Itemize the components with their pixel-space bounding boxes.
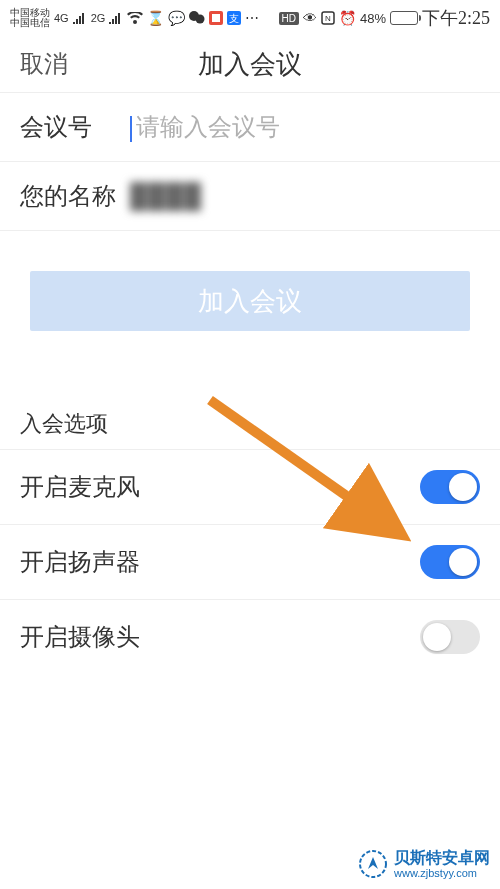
- battery-icon: [390, 11, 418, 25]
- eye-icon: 👁: [303, 10, 317, 26]
- network-1: 4G: [54, 12, 69, 24]
- watermark: 贝斯特安卓网 www.zjbstyy.com: [358, 849, 490, 879]
- carrier-labels: 中国移动 中国电信: [10, 8, 50, 28]
- status-bar: 中国移动 中国电信 4G 2G ⌛ 💬 支 ⋯ HD 👁 N ⏰: [0, 0, 500, 36]
- form-section: 会议号 请输入会议号 您的名称 ████: [0, 92, 500, 231]
- meeting-id-input[interactable]: 请输入会议号: [130, 111, 480, 143]
- cancel-button[interactable]: 取消: [20, 48, 68, 80]
- more-icon: ⋯: [245, 10, 259, 26]
- chat-icon: 💬: [168, 10, 185, 26]
- option-row-speaker: 开启扬声器: [0, 524, 500, 599]
- option-row-camera: 开启摄像头: [0, 599, 500, 674]
- option-label-camera: 开启摄像头: [20, 621, 140, 653]
- meeting-id-row: 会议号 请输入会议号: [0, 92, 500, 162]
- option-label-speaker: 开启扬声器: [20, 546, 140, 578]
- svg-text:N: N: [325, 14, 331, 23]
- carrier-2: 中国电信: [10, 18, 50, 28]
- name-value: ████: [130, 183, 202, 209]
- wechat-icon: [189, 11, 205, 25]
- nav-bar: 取消 加入会议: [0, 36, 500, 92]
- text-cursor: [130, 116, 132, 142]
- toggle-knob: [449, 473, 477, 501]
- join-meeting-button[interactable]: 加入会议: [30, 271, 470, 331]
- svg-point-1: [196, 15, 205, 24]
- page-title: 加入会议: [0, 47, 500, 82]
- watermark-url: www.zjbstyy.com: [394, 867, 490, 879]
- name-label: 您的名称: [20, 180, 130, 212]
- meeting-id-label: 会议号: [20, 111, 130, 143]
- alarm-icon: ⏰: [339, 10, 356, 26]
- option-label-microphone: 开启麦克风: [20, 471, 140, 503]
- hourglass-icon: ⌛: [147, 10, 164, 26]
- join-wrap: 加入会议: [0, 231, 500, 391]
- toggle-knob: [423, 623, 451, 651]
- status-right: HD 👁 N ⏰ 48% 下午2:25: [279, 6, 491, 30]
- svg-text:支: 支: [229, 13, 239, 24]
- toggle-knob: [449, 548, 477, 576]
- watermark-title: 贝斯特安卓网: [394, 849, 490, 867]
- options-header: 入会选项: [0, 391, 500, 449]
- status-left: 中国移动 中国电信 4G 2G ⌛ 💬 支 ⋯: [10, 8, 259, 28]
- network-2: 2G: [91, 12, 106, 24]
- svg-rect-3: [212, 14, 220, 22]
- battery-pct: 48%: [360, 11, 386, 26]
- book-icon: [209, 11, 223, 25]
- watermark-logo-icon: [358, 849, 388, 879]
- name-input[interactable]: ████: [130, 183, 480, 210]
- signal-icon-2: [109, 12, 123, 24]
- option-row-microphone: 开启麦克风: [0, 449, 500, 524]
- name-row: 您的名称 ████: [0, 162, 500, 231]
- wifi-icon: [127, 12, 143, 24]
- hd-icon: HD: [279, 12, 299, 25]
- signal-icon-1: [73, 12, 87, 24]
- toggle-camera[interactable]: [420, 620, 480, 654]
- toggle-speaker[interactable]: [420, 545, 480, 579]
- clock: 下午2:25: [422, 6, 490, 30]
- alipay-icon: 支: [227, 11, 241, 25]
- meeting-id-placeholder: 请输入会议号: [136, 114, 280, 140]
- toggle-microphone[interactable]: [420, 470, 480, 504]
- nfc-icon: N: [321, 11, 335, 25]
